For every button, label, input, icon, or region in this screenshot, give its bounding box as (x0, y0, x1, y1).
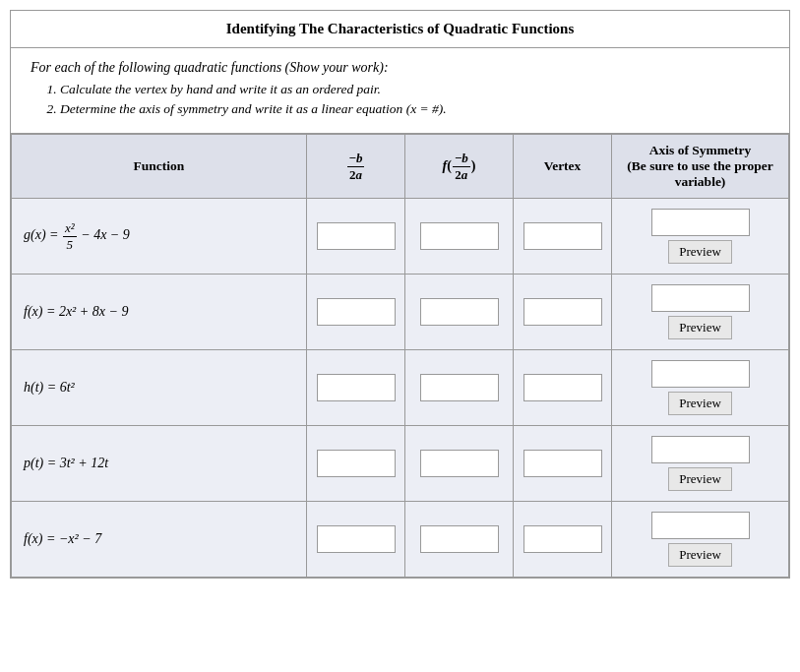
instructions-list: Calculate the vertex by hand and write i… (60, 82, 769, 117)
f-cell-4 (405, 426, 514, 502)
axis-cell-4: Preview (612, 426, 789, 502)
vertex-cell-3 (514, 350, 612, 426)
axis-cell-5: Preview (612, 502, 789, 578)
neg-b-cell-2 (307, 275, 405, 350)
table-row: f(x) = 2x² + 8x − 9 Preview (12, 275, 789, 350)
vertex-input-2[interactable] (523, 298, 602, 326)
axis-input-5[interactable] (651, 512, 750, 539)
col-header-vertex: Vertex (514, 135, 612, 199)
function-cell-1: g(x) = x² 5 − 4x − 9 (12, 199, 307, 275)
table-row: h(t) = 6t² Preview (12, 350, 789, 426)
preview-button-1[interactable]: Preview (668, 240, 732, 264)
col-header-neg-b: −b 2a (307, 135, 405, 199)
axis-cell-3: Preview (612, 350, 789, 426)
vertex-input-5[interactable] (523, 525, 602, 553)
axis-cell-1: Preview (612, 199, 789, 275)
neg-b-input-2[interactable] (317, 298, 396, 326)
axis-input-3[interactable] (651, 360, 750, 388)
instructions-section: For each of the following quadratic func… (11, 48, 789, 134)
table-row: p(t) = 3t² + 12t Preview (12, 426, 789, 502)
instructions-intro: For each of the following quadratic func… (31, 60, 769, 76)
neg-b-input-4[interactable] (317, 450, 396, 477)
axis-input-1[interactable] (651, 209, 750, 236)
f-input-2[interactable] (420, 298, 499, 326)
preview-button-3[interactable]: Preview (668, 392, 732, 415)
instruction-step-1: Calculate the vertex by hand and write i… (60, 82, 769, 97)
function-cell-5: f(x) = −x² − 7 (12, 502, 307, 578)
f-input-1[interactable] (420, 222, 499, 250)
vertex-input-3[interactable] (523, 374, 602, 401)
neg-b-cell-1 (307, 199, 405, 275)
function-cell-4: p(t) = 3t² + 12t (12, 426, 307, 502)
function-cell-3: h(t) = 6t² (12, 350, 307, 426)
table-row: g(x) = x² 5 − 4x − 9 (12, 199, 789, 275)
function-cell-2: f(x) = 2x² + 8x − 9 (12, 275, 307, 350)
neg-b-input-1[interactable] (317, 222, 396, 250)
f-cell-3 (405, 350, 514, 426)
col-header-f: f( −b 2a ) (405, 135, 514, 199)
preview-button-4[interactable]: Preview (668, 467, 732, 491)
f-input-3[interactable] (420, 374, 499, 401)
f-cell-1 (405, 199, 514, 275)
f-input-5[interactable] (420, 525, 499, 553)
vertex-cell-2 (514, 275, 612, 350)
vertex-cell-4 (514, 426, 612, 502)
vertex-cell-1 (514, 199, 612, 275)
page-wrapper: Identifying The Characteristics of Quadr… (10, 10, 790, 579)
neg-b-input-3[interactable] (317, 374, 396, 401)
axis-input-2[interactable] (651, 284, 750, 312)
axis-cell-2: Preview (612, 275, 789, 350)
neg-b-cell-4 (307, 426, 405, 502)
table-row: f(x) = −x² − 7 Preview (12, 502, 789, 578)
f-input-4[interactable] (420, 450, 499, 477)
f-cell-5 (405, 502, 514, 578)
axis-input-4[interactable] (651, 436, 750, 463)
preview-button-5[interactable]: Preview (668, 543, 732, 567)
col-header-function: Function (12, 135, 307, 199)
vertex-cell-5 (514, 502, 612, 578)
instruction-step-2: Determine the axis of symmetry and write… (60, 101, 769, 117)
f-cell-2 (405, 275, 514, 350)
neg-b-input-5[interactable] (317, 525, 396, 553)
main-table: Function −b 2a f( −b 2a (11, 134, 789, 578)
page-title: Identifying The Characteristics of Quadr… (11, 11, 789, 48)
neg-b-cell-5 (307, 502, 405, 578)
vertex-input-1[interactable] (523, 222, 602, 250)
col-header-axis: Axis of Symmetry (Be sure to use the pro… (612, 135, 789, 199)
preview-button-2[interactable]: Preview (668, 316, 732, 339)
neg-b-cell-3 (307, 350, 405, 426)
vertex-input-4[interactable] (523, 450, 602, 477)
